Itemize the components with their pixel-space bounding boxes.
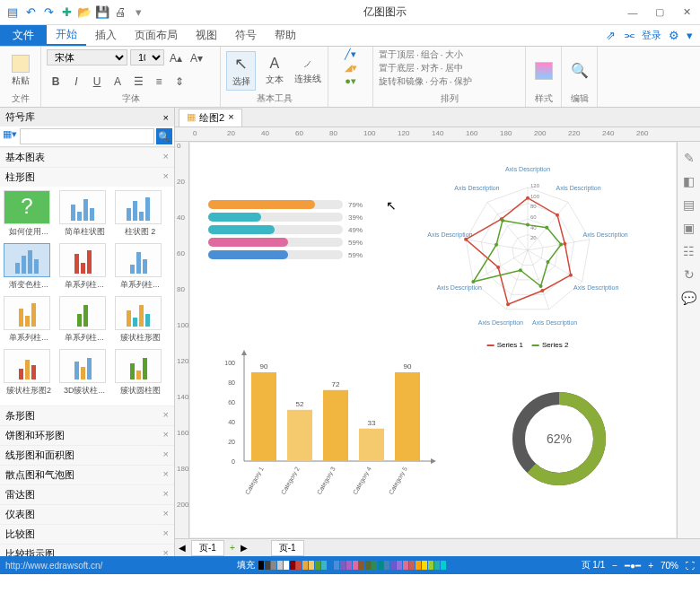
tab-insert[interactable]: 插入 (86, 25, 126, 46)
cat-scatter[interactable]: 散点图和气泡图× (0, 465, 174, 484)
link-icon[interactable]: ⫘ (623, 29, 634, 42)
italic-button[interactable]: I (67, 73, 85, 91)
tab-help[interactable]: 帮助 (266, 25, 305, 46)
send-back-button[interactable]: 置于底层 (379, 62, 415, 74)
group-button[interactable]: 组合 (421, 48, 439, 61)
history-icon[interactable]: ↻ (684, 267, 695, 282)
save-icon[interactable]: 💾 (95, 5, 109, 20)
rotate-button[interactable]: 旋转和镜像 (379, 75, 424, 88)
gallery-item[interactable]: 单系列柱... (59, 243, 109, 291)
page-prev-icon[interactable]: ◀ (179, 543, 186, 553)
align-button[interactable]: 对齐 (421, 62, 439, 74)
bring-front-button[interactable]: 置于顶层 (379, 48, 415, 61)
cat-column[interactable]: 柱形图× (0, 167, 174, 187)
theme-icon[interactable]: ▣ (683, 221, 695, 235)
align-icon[interactable]: ≡ (150, 73, 168, 91)
cat-gauge[interactable]: 仪表图× (0, 504, 174, 524)
gallery-item[interactable]: 簇状圆柱图 (115, 349, 165, 397)
tab-layout[interactable]: 页面布局 (126, 25, 187, 46)
format-icon[interactable]: ✎ (684, 151, 695, 165)
font-size-select[interactable]: 10 (130, 49, 164, 65)
gallery-item[interactable]: ?如何使用... (4, 190, 54, 238)
select-tool[interactable]: ↖选择 (226, 51, 256, 91)
open-icon[interactable]: 📂 (77, 5, 92, 20)
line-style-icon[interactable]: ╱▾ (345, 48, 356, 60)
qat-more-icon[interactable]: ▾ (131, 5, 145, 20)
font-family-select[interactable]: 宋体 (47, 49, 127, 65)
font-color-icon[interactable]: A (109, 73, 127, 91)
zoom-in-icon[interactable]: + (648, 561, 653, 571)
tab-view[interactable]: 视图 (187, 25, 226, 46)
cat-line[interactable]: 线形图和面积图× (0, 445, 174, 465)
shape-icon[interactable]: ●▾ (345, 75, 356, 87)
style-button[interactable] (531, 62, 556, 80)
gallery-item[interactable]: 3D簇状柱... (59, 349, 109, 397)
close-button[interactable]: ✕ (673, 2, 700, 23)
page-tab-2[interactable]: 页-1 (271, 540, 304, 556)
spacing-icon[interactable]: ⇕ (171, 73, 188, 91)
connector-tool[interactable]: ⟋连接线 (293, 57, 322, 85)
tab-symbol[interactable]: 符号 (226, 25, 266, 46)
text-tool[interactable]: A文本 (259, 56, 289, 86)
gallery-item[interactable]: 单系列柱... (59, 296, 109, 344)
file-menu[interactable]: 文件 (0, 25, 47, 46)
page-tab[interactable]: 页-1 (191, 540, 224, 556)
print-icon[interactable]: 🖨 (113, 5, 127, 20)
layers-icon[interactable]: ▤ (683, 197, 695, 212)
search-icon[interactable]: 🔍 (156, 128, 172, 144)
edit-button[interactable]: 🔍 (567, 62, 591, 79)
sidebar-close-icon[interactable]: × (163, 112, 169, 123)
page-next-icon[interactable]: ▶ (241, 543, 248, 553)
maximize-button[interactable]: ▢ (646, 2, 673, 23)
gallery-item[interactable]: 单系列柱... (115, 243, 165, 291)
gallery-item[interactable]: 簇状柱形图2 (4, 349, 54, 397)
gallery-item[interactable]: 单系列柱... (4, 296, 54, 344)
center-button[interactable]: 居中 (445, 62, 463, 74)
redo-icon[interactable]: ↷ (41, 5, 56, 20)
radar-chart[interactable]: Axis DescriptionAxis DescriptionAxis Des… (407, 152, 649, 349)
zoom-out-icon[interactable]: − (612, 561, 617, 571)
increase-font-icon[interactable]: A▴ (167, 49, 185, 67)
library-menu-icon[interactable]: ▦▾ (2, 128, 18, 144)
page-add-icon[interactable]: + (230, 543, 235, 553)
horizontal-bar-chart[interactable]: 79%39%49%59%59% (208, 196, 363, 263)
cat-basic[interactable]: 基本图表× (0, 147, 174, 167)
bold-button[interactable]: B (47, 73, 65, 91)
protect-button[interactable]: 保护 (454, 75, 472, 88)
decrease-font-icon[interactable]: A▾ (188, 49, 206, 67)
close-tab-icon[interactable]: × (228, 111, 233, 125)
zoom-slider[interactable]: ━●━ (625, 561, 641, 571)
cat-compare[interactable]: 比较图× (0, 524, 174, 544)
cat-bar[interactable]: 条形图× (0, 406, 174, 425)
paste-button[interactable]: 粘贴 (5, 55, 35, 87)
gallery-item[interactable]: 简单柱状图 (59, 190, 109, 238)
menu-icon[interactable]: ▤ (5, 5, 20, 20)
drawing-canvas[interactable]: 79%39%49%59%59% Axis DescriptionAxis Des… (189, 142, 677, 538)
undo-icon[interactable]: ↶ (23, 5, 38, 20)
bullets-icon[interactable]: ☰ (129, 73, 147, 91)
underline-button[interactable]: U (88, 73, 106, 91)
document-tab[interactable]: ▦绘图2× (179, 109, 242, 126)
comment-icon[interactable]: 💬 (681, 291, 696, 305)
gallery-item[interactable]: 簇状柱形图 (115, 296, 165, 344)
distribute-button[interactable]: 分布 (430, 75, 448, 88)
cat-pie[interactable]: 饼图和环形图× (0, 425, 174, 445)
gallery-item-selected[interactable]: 渐变色柱... (4, 243, 54, 291)
settings-icon[interactable]: ⚙ (669, 29, 679, 42)
data-icon[interactable]: ☷ (683, 244, 695, 258)
fit-icon[interactable]: ⛶ (686, 561, 695, 571)
cat-indicator[interactable]: 比较指示图× (0, 544, 174, 556)
gallery-item[interactable]: 柱状图 2 (115, 190, 165, 238)
color-swatches[interactable] (258, 561, 446, 570)
dropdown-icon[interactable]: ▾ (687, 29, 693, 42)
login-button[interactable]: 登录 (642, 29, 661, 42)
donut-chart[interactable]: 62% (505, 385, 613, 493)
vertical-bar-chart[interactable]: 02040608010090Category 152Category 272Ca… (208, 344, 442, 497)
fill-icon[interactable]: ◢▾ (345, 62, 357, 74)
new-icon[interactable]: ✚ (59, 5, 74, 20)
website-link[interactable]: http://www.edrawsoft.cn/ (5, 561, 102, 571)
shape-icon[interactable]: ◧ (683, 174, 695, 188)
tab-start[interactable]: 开始 (47, 25, 86, 46)
cat-radar[interactable]: 雷达图× (0, 484, 174, 504)
share-icon[interactable]: ⇗ (606, 29, 616, 42)
